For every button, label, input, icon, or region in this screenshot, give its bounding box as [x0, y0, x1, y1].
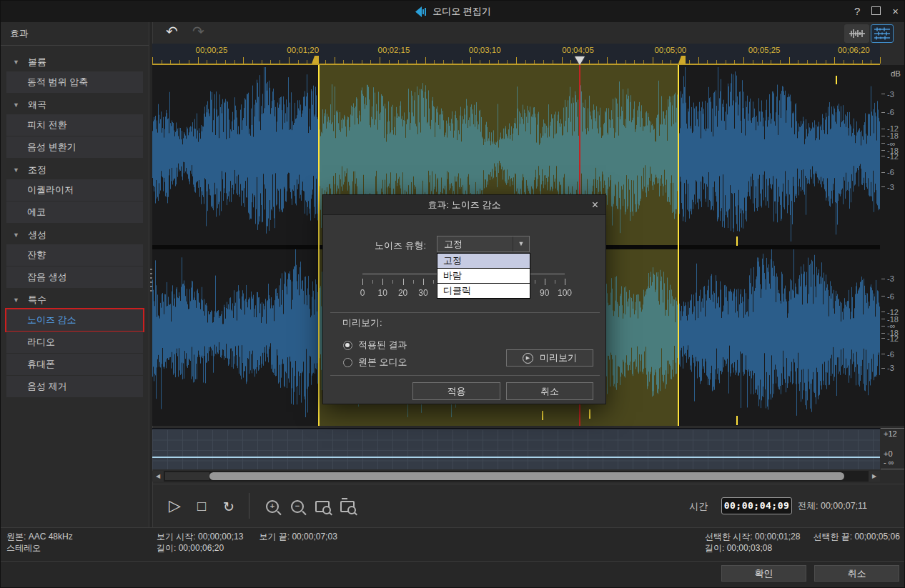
sidebar-item[interactable]: 잡음 생성 — [6, 266, 143, 288]
slider-value-label: 90 — [540, 288, 549, 298]
db-value: -3 — [887, 364, 894, 372]
tick-icon — [881, 354, 885, 354]
zoom-in-button[interactable]: + — [266, 500, 279, 513]
dialog-cancel-button[interactable]: 취소 — [506, 382, 593, 400]
sidebar-item-label: 음성 변환기 — [27, 141, 76, 152]
sidebar-item[interactable]: 노이즈 감소 — [6, 309, 143, 331]
window-title: 오디오 편집기 — [432, 5, 491, 18]
sidebar-group-header[interactable]: ▼특수 — [1, 292, 149, 307]
ruler-tick — [425, 57, 426, 64]
collapse-icon: ▼ — [13, 297, 19, 304]
redo-button[interactable]: ↷ — [192, 23, 204, 40]
db-tick-label: -12 — [881, 334, 899, 343]
waveform-icon — [849, 29, 866, 39]
sidebar-item[interactable]: 음성 변환기 — [6, 136, 143, 158]
sidebar-item[interactable]: 라디오 — [6, 332, 143, 353]
transport-bar: ▷ □ ↻ + − 시간 00;00;04;09 전체: 00;00;07;11 — [153, 484, 905, 527]
ok-button[interactable]: 확인 — [721, 565, 806, 582]
envelope-line[interactable] — [152, 457, 880, 458]
selection-start-line[interactable] — [318, 65, 320, 426]
volume-envelope-strip[interactable] — [152, 428, 880, 469]
source-format: 원본: AAC 48kHz — [6, 531, 73, 542]
ruler-tick — [380, 57, 380, 64]
db-value: -3 — [887, 90, 894, 99]
dialog-title: 효과: 노이즈 감소 — [428, 199, 501, 210]
db-value: -6 — [887, 292, 894, 301]
slider-tick — [392, 280, 393, 284]
cancel-button[interactable]: 취소 — [814, 565, 899, 582]
ruler-tick — [470, 57, 471, 64]
loop-button[interactable]: ↻ — [223, 499, 234, 515]
sidebar-group-header[interactable]: ▼왜곡 — [1, 97, 149, 112]
effects-panel: 효과 ▼볼륨동적 범위 압축▼왜곡피치 전환음성 변환기▼조정이퀄라이저에코▼생… — [1, 22, 149, 527]
dropdown-option[interactable]: 디클릭 — [437, 284, 530, 298]
radio-option[interactable]: 원본 오디오 — [343, 356, 407, 369]
sidebar-item[interactable]: 동적 범위 압축 — [6, 71, 143, 93]
sidebar-item-label: 잔향 — [27, 249, 46, 260]
help-button[interactable]: ? — [854, 1, 860, 22]
db-value: -3 — [887, 274, 894, 283]
slider-value-label: 100 — [558, 288, 572, 298]
waveform-view-toggle[interactable] — [844, 24, 869, 43]
scroll-right-button[interactable]: ▶ — [869, 471, 880, 482]
slider-tick — [535, 280, 535, 284]
ruler[interactable]: 00;00;2500;01;2000;02;1500;03;1000;04;05… — [152, 44, 880, 65]
noise-type-options: 고정바람디클릭 — [437, 253, 530, 299]
scroll-thumb[interactable] — [209, 472, 844, 480]
sidebar-item[interactable]: 에코 — [6, 201, 143, 223]
sidebar-item[interactable]: 이퀄라이저 — [6, 179, 143, 201]
multitrack-icon — [874, 27, 890, 40]
chevron-down-icon: ▼ — [513, 236, 529, 251]
slider-tick — [433, 280, 434, 284]
ruler-time-label: 00;01;20 — [287, 46, 319, 54]
slider-value-label: 30 — [418, 288, 427, 298]
tick-icon — [881, 326, 885, 327]
stop-button[interactable]: □ — [197, 498, 206, 514]
sidebar-item[interactable]: 잔향 — [6, 244, 143, 266]
collapse-icon: ▼ — [13, 101, 19, 109]
view-info: 보기 시작: 00;00;00;13보기 끝: 00;00;07;03 길이: … — [157, 531, 337, 554]
tick-icon — [881, 143, 885, 144]
dropdown-option[interactable]: 바람 — [437, 269, 530, 284]
ruler-tick — [152, 57, 153, 64]
time-input[interactable]: 00;00;04;09 — [721, 497, 792, 514]
dialog-close-button[interactable]: × — [592, 195, 598, 214]
play-button[interactable]: ▷ — [169, 497, 181, 515]
source-channels: 스테레오 — [6, 542, 73, 554]
scroll-left-button[interactable]: ◀ — [152, 471, 164, 482]
sidebar-group-header[interactable]: ▼조정 — [1, 162, 149, 177]
zoom-fit-button[interactable] — [340, 501, 355, 512]
total-duration-label: 전체: 00;00;07;11 — [798, 500, 867, 512]
maximize-button[interactable] — [871, 1, 881, 22]
multitrack-view-toggle[interactable] — [871, 24, 894, 43]
radio-label: 적용된 결과 — [358, 339, 407, 352]
db-tick-label: -6 — [881, 108, 894, 116]
preview-button[interactable]: ▶ 미리보기 — [506, 349, 593, 367]
dropdown-option[interactable]: 고정 — [437, 254, 530, 269]
scroll-track-segment[interactable] — [165, 472, 209, 480]
play-circle-icon: ▶ — [523, 353, 533, 364]
sidebar-item[interactable]: 음성 제거 — [6, 376, 143, 397]
zoom-out-button[interactable]: − — [291, 500, 304, 513]
envelope-label-inf: - ∞ — [884, 458, 894, 467]
titlebar: 오디오 편집기 ? × — [1, 1, 905, 22]
selection-end-line[interactable] — [678, 65, 679, 426]
sidebar-item[interactable]: 피치 전환 — [6, 114, 143, 136]
undo-button[interactable]: ↶ — [166, 23, 178, 40]
horizontal-scrollbar[interactable]: ◀ ▶ — [152, 471, 880, 482]
radio-option[interactable]: 적용된 결과 — [343, 339, 407, 352]
slider-tick — [423, 279, 424, 285]
sidebar-group-label: 특수 — [28, 294, 46, 307]
playhead-marker[interactable] — [575, 56, 585, 65]
selection-end: 선택한 끝: 00;00;05;06 — [813, 532, 899, 542]
divider — [330, 375, 600, 376]
zoom-selection-button[interactable] — [315, 501, 330, 512]
sidebar-item[interactable]: 휴대폰 — [6, 354, 143, 375]
sidebar-group-header[interactable]: ▼볼륨 — [1, 54, 149, 69]
db-value: -6 — [887, 168, 894, 176]
close-button[interactable]: × — [892, 1, 899, 22]
noise-type-dropdown[interactable]: 고정 ▼ — [437, 236, 530, 252]
apply-button[interactable]: 적용 — [412, 382, 500, 400]
ruler-tick — [198, 57, 199, 64]
sidebar-group-header[interactable]: ▼생성 — [1, 227, 149, 242]
